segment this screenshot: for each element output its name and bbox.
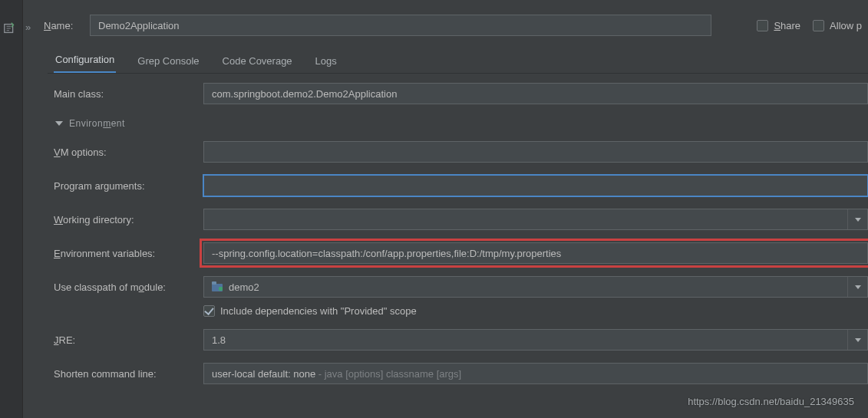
chevron-down-icon (55, 121, 63, 126)
program-arguments-input[interactable] (203, 175, 868, 196)
working-directory-label: Working directory: (54, 214, 203, 225)
tabs: Configuration Grep Console Code Coverage… (48, 48, 868, 74)
toolbar-icon[interactable] (3, 21, 18, 37)
checkbox-icon (757, 20, 768, 31)
environment-variables-input[interactable]: --spring.config.location=classpath:/conf… (203, 242, 868, 264)
chevron-down-icon[interactable] (847, 277, 867, 297)
tab-logs[interactable]: Logs (314, 51, 338, 73)
shorten-command-line-select[interactable]: user-local default: none - java [options… (203, 363, 868, 384)
working-directory-input[interactable] (203, 209, 868, 230)
tab-grep-console[interactable]: Grep Console (136, 51, 200, 73)
module-icon (212, 282, 223, 291)
main-class-input[interactable]: com.springboot.demo2.Demo2Application (203, 83, 868, 104)
module-classpath-label: Use classpath of module: (54, 281, 203, 293)
jre-label: JRE: (54, 334, 203, 346)
share-checkbox[interactable]: Share (757, 20, 800, 31)
shorten-command-line-label: Shorten command line: (54, 368, 203, 380)
name-label: Name: (44, 20, 82, 31)
allow-checkbox[interactable]: Allow p (813, 20, 862, 31)
checkbox-icon (813, 20, 824, 31)
vm-options-label: VM options: (54, 146, 203, 158)
tab-code-coverage[interactable]: Code Coverage (221, 51, 294, 73)
module-classpath-select[interactable]: demo2 (203, 276, 868, 298)
name-input[interactable] (90, 15, 711, 36)
environment-variables-label: Environment variables: (54, 248, 203, 259)
name-row: Name: Share Allow p (44, 13, 862, 38)
jre-select[interactable]: 1.8 (203, 329, 868, 351)
vm-options-input[interactable] (203, 141, 868, 163)
main-class-label: Main class: (54, 88, 203, 100)
checkbox-checked-icon (203, 305, 215, 317)
program-arguments-label: Program arguments: (54, 180, 203, 192)
environment-section-header[interactable]: Environment (54, 117, 868, 129)
chevron-down-icon[interactable] (847, 209, 867, 229)
chevron-down-icon[interactable] (847, 330, 867, 350)
watermark-text: https://blog.csdn.net/baidu_21349635 (688, 396, 854, 407)
include-provided-checkbox[interactable]: Include dependencies with "Provided" sco… (203, 305, 417, 317)
breadcrumb-overflow-icon[interactable]: » (25, 21, 31, 33)
left-gutter (0, 0, 23, 418)
config-form: Main class: com.springboot.demo2.Demo2Ap… (54, 83, 868, 384)
tab-configuration[interactable]: Configuration (54, 49, 116, 73)
